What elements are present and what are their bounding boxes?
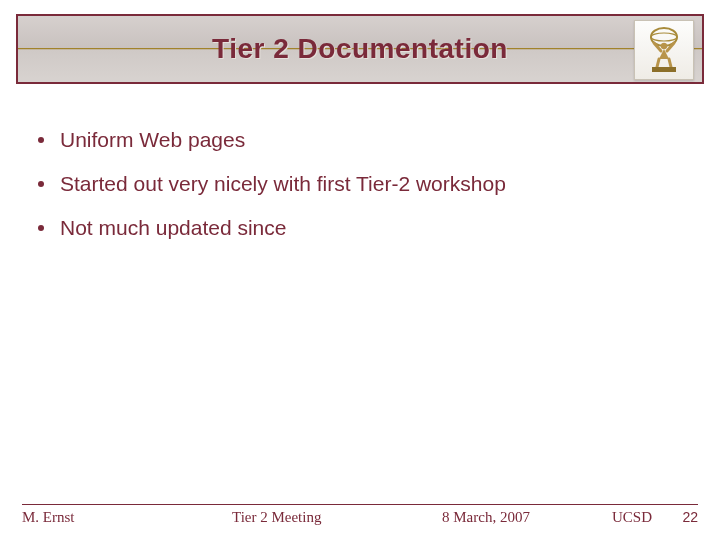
footer-divider — [22, 504, 698, 505]
bullet-list: Uniform Web pages Started out very nicel… — [32, 110, 688, 260]
footer-author: M. Ernst — [22, 509, 232, 526]
footer-location: UCSD — [612, 509, 672, 526]
atlas-statue-icon — [634, 20, 694, 80]
title-band: Tier 2 Documentation — [16, 14, 704, 84]
bullet-text: Started out very nicely with first Tier-… — [60, 172, 506, 196]
list-item: Uniform Web pages — [32, 128, 688, 152]
bullet-text: Not much updated since — [60, 216, 286, 240]
footer-page-number: 22 — [672, 509, 698, 525]
list-item: Started out very nicely with first Tier-… — [32, 172, 688, 196]
bullet-dot-icon — [38, 181, 44, 187]
bullet-dot-icon — [38, 225, 44, 231]
bullet-dot-icon — [38, 137, 44, 143]
footer-row: M. Ernst Tier 2 Meeting 8 March, 2007 UC… — [22, 509, 698, 526]
svg-rect-3 — [652, 67, 676, 72]
slide-footer: M. Ernst Tier 2 Meeting 8 March, 2007 UC… — [22, 504, 698, 526]
list-item: Not much updated since — [32, 216, 688, 240]
slide: Tier 2 Documentation Uniform Web pages S… — [0, 0, 720, 540]
footer-event: Tier 2 Meeting — [232, 509, 442, 526]
bullet-text: Uniform Web pages — [60, 128, 245, 152]
svg-point-2 — [661, 43, 667, 49]
slide-title: Tier 2 Documentation — [212, 33, 508, 65]
footer-date: 8 March, 2007 — [442, 509, 612, 526]
svg-point-1 — [651, 33, 677, 41]
